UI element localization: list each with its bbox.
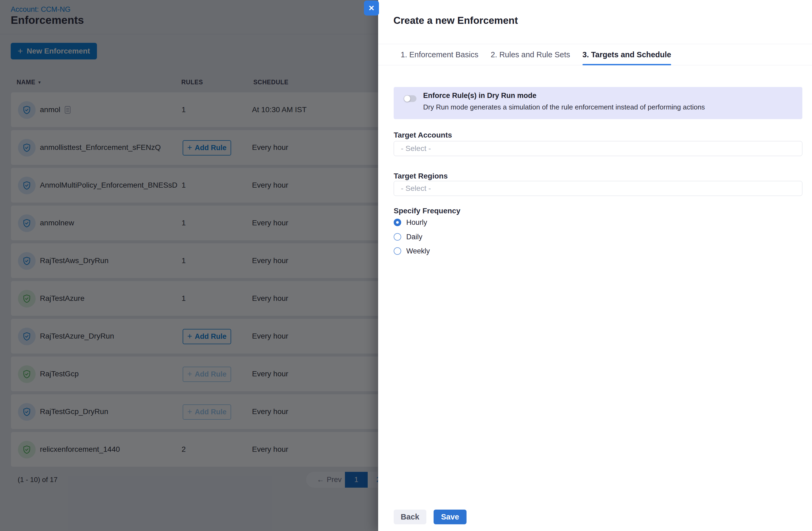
toggle-knob-icon <box>404 95 410 102</box>
close-drawer-button[interactable]: ✕ <box>364 1 379 16</box>
frequency-option[interactable]: Hourly <box>394 218 427 227</box>
target-regions-placeholder: - Select - <box>401 184 431 193</box>
drawer-title: Create a new Enforcement <box>393 15 518 26</box>
back-button[interactable]: Back <box>394 510 426 524</box>
radio-label: Weekly <box>406 247 430 255</box>
frequency-option[interactable]: Daily <box>394 232 422 241</box>
dry-run-toggle[interactable] <box>404 95 417 102</box>
radio-icon <box>394 247 401 255</box>
drawer-tabs: 1. Enforcement Basics 2. Rules and Rule … <box>378 44 812 65</box>
target-accounts-label: Target Accounts <box>394 131 452 139</box>
create-enforcement-drawer: Create a new Enforcement 1. Enforcement … <box>378 0 812 531</box>
dry-run-description: Dry Run mode generates a simulation of t… <box>423 103 705 111</box>
drawer-tab[interactable]: 2. Rules and Rule Sets <box>491 44 570 65</box>
target-regions-select[interactable]: - Select - <box>394 181 802 196</box>
radio-icon <box>394 233 401 241</box>
radio-icon <box>394 219 401 226</box>
drawer-tab[interactable]: 1. Enforcement Basics <box>401 44 478 65</box>
specify-frequency-label: Specify Frequency <box>394 207 460 215</box>
target-regions-label: Target Regions <box>394 172 448 180</box>
close-icon: ✕ <box>368 4 374 13</box>
drawer-tab[interactable]: 3. Targets and Schedule <box>582 44 671 65</box>
save-button[interactable]: Save <box>434 510 466 524</box>
radio-label: Hourly <box>406 218 427 227</box>
frequency-option[interactable]: Weekly <box>394 247 430 255</box>
target-accounts-select[interactable]: - Select - <box>394 141 802 156</box>
dry-run-banner: Enforce Rule(s) in Dry Run mode Dry Run … <box>394 87 802 119</box>
dry-run-title: Enforce Rule(s) in Dry Run mode <box>423 91 536 100</box>
target-accounts-placeholder: - Select - <box>401 144 431 153</box>
radio-label: Daily <box>406 233 422 241</box>
